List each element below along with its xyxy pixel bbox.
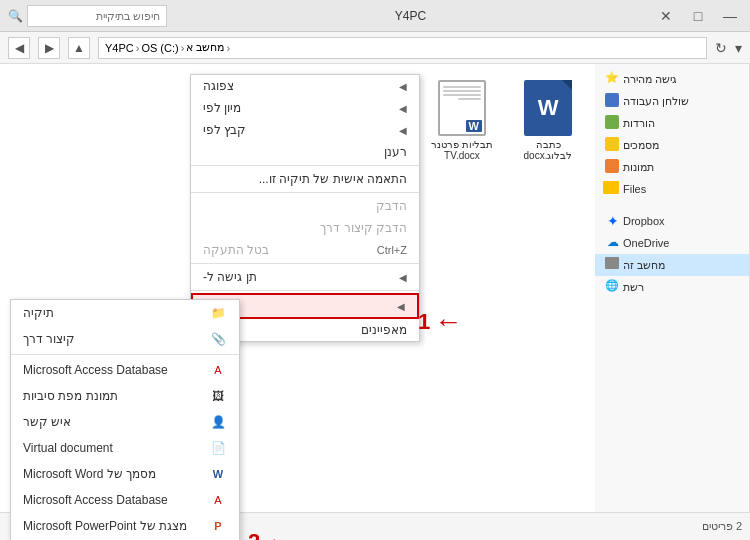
- address-bar: ◀ ▶ ▲ Y4PC › OS (C:) › מחשב א › ↻ ▾: [0, 32, 750, 64]
- annotation-number-2: 2: [248, 529, 260, 540]
- menu-label: הדבק קיצור דרך: [320, 221, 407, 235]
- menu-view[interactable]: ◀ צפוגה: [191, 75, 419, 97]
- sidebar-item-label: תמונות: [623, 161, 654, 174]
- address-breadcrumb[interactable]: Y4PC › OS (C:) › מחשב א ›: [98, 37, 707, 59]
- bitmap-icon: 🖼: [209, 387, 227, 405]
- menu-label: התאמה אישית של תיקיה זו...: [259, 172, 407, 186]
- refresh-icon[interactable]: ↻: [715, 40, 727, 56]
- menu-label: קבץ לפי: [203, 123, 246, 137]
- breadcrumb-os: OS (C:): [141, 42, 178, 54]
- sidebar-item-network[interactable]: רשת 🌐: [595, 276, 749, 298]
- menu-label: צפוגה: [203, 79, 234, 93]
- folder-icon: 📁: [209, 304, 227, 322]
- menu-label: Microsoft Access Database: [23, 493, 168, 507]
- nav-up-btn[interactable]: ▲: [68, 37, 90, 59]
- new-ppt[interactable]: P מצגת של Microsoft PowerPoint: [11, 513, 239, 539]
- file-item-tv[interactable]: W תבליות פרטנר TV.docx: [427, 76, 497, 165]
- pictures-icon: [603, 159, 619, 175]
- menu-group[interactable]: ◀ קבץ לפי: [191, 119, 419, 141]
- documents-icon: [603, 137, 619, 153]
- sep3: ›: [226, 42, 230, 54]
- sep: [191, 263, 419, 264]
- menu-label: מצגת של Microsoft PowerPoint: [23, 519, 187, 533]
- arrow-annotation-2: ← 2: [248, 526, 292, 540]
- sidebar-item-quickaccess[interactable]: גישה מהירה ⭐: [595, 68, 749, 90]
- new-vdoc[interactable]: 📄 Virtual document: [11, 435, 239, 461]
- menu-label: תיקיה: [23, 306, 54, 320]
- view-options-icon[interactable]: ▾: [735, 40, 742, 56]
- sep2: ›: [181, 42, 185, 54]
- maximize-btn[interactable]: □: [686, 4, 710, 28]
- arrow-annotation-1: ← 1: [418, 306, 462, 338]
- breadcrumb-pc: Y4PC: [105, 42, 134, 54]
- access-icon: A: [209, 361, 227, 379]
- sidebar-item-onedrive[interactable]: OneDrive ☁: [595, 232, 749, 254]
- search-input[interactable]: [27, 5, 167, 27]
- window-title: Y4PC: [395, 9, 426, 23]
- shortcut-icon: 📎: [209, 330, 227, 348]
- title-bar: — □ ✕ Y4PC 🔍: [0, 0, 750, 32]
- new-contact[interactable]: 👤 איש קשר: [11, 409, 239, 435]
- menu-customize[interactable]: התאמה אישית של תיקיה זו...: [191, 168, 419, 190]
- menu-label: תמונת מפת סיביות: [23, 389, 118, 403]
- title-bar-left: — □ ✕: [654, 4, 742, 28]
- arrow-icon: ◀: [399, 81, 407, 92]
- close-btn[interactable]: ✕: [654, 4, 678, 28]
- onedrive-icon: ☁: [603, 235, 619, 251]
- new-bitmap[interactable]: 🖼 תמונת מפת סיביות: [11, 383, 239, 409]
- sidebar-item-label: OneDrive: [623, 237, 669, 249]
- menu-label: מאפיינים: [361, 323, 407, 337]
- search-area: 🔍: [8, 5, 167, 27]
- sidebar-item-label: הורדות: [623, 117, 655, 130]
- nav-back-btn[interactable]: ◀: [8, 37, 30, 59]
- sidebar-item-desktop[interactable]: שולחן העבודה: [595, 90, 749, 112]
- menu-sort[interactable]: ◀ מיון לפי: [191, 97, 419, 119]
- minimize-btn[interactable]: —: [718, 4, 742, 28]
- sep1: ›: [136, 42, 140, 54]
- menu-undo[interactable]: Ctrl+Z בטל התעקה: [191, 239, 419, 261]
- content-area: W כתבה לבלוג.docx W תבליות פרטנר TV.docx…: [0, 64, 595, 512]
- sidebar-item-dropbox[interactable]: Dropbox ✦: [595, 210, 749, 232]
- file-label-blog: כתבה לבלוג.docx: [517, 139, 579, 161]
- menu-label: קיצור דרך: [23, 332, 75, 346]
- file-label-tv: תבליות פרטנר TV.docx: [431, 139, 493, 161]
- sidebar-item-label: Dropbox: [623, 215, 665, 227]
- sep: [11, 354, 239, 355]
- sep: [191, 192, 419, 193]
- new-folder[interactable]: 📁 תיקיה: [11, 300, 239, 326]
- sidebar-item-label: Files: [623, 183, 646, 195]
- file-item-blog[interactable]: W כתבה לבלוג.docx: [513, 76, 583, 165]
- nav-forward-btn[interactable]: ▶: [38, 37, 60, 59]
- main-layout: גישה מהירה ⭐ שולחן העבודה הורדות מסמכים …: [0, 64, 750, 512]
- template-icon: W: [438, 80, 486, 136]
- menu-share[interactable]: ◀ תן גישה ל-: [191, 266, 419, 288]
- sep: [191, 165, 419, 166]
- arrow-icon: ◀: [399, 125, 407, 136]
- sidebar-item-downloads[interactable]: הורדות: [595, 112, 749, 134]
- menu-paste-shortcut[interactable]: הדבק קיצור דרך: [191, 217, 419, 239]
- menu-paste[interactable]: הדבק: [191, 195, 419, 217]
- vdoc-icon: 📄: [209, 439, 227, 457]
- arrow-icon: ◀: [399, 103, 407, 114]
- menu-label: תן גישה ל-: [203, 270, 257, 284]
- dropbox-icon: ✦: [603, 213, 619, 229]
- sidebar-item-pictures[interactable]: תמונות: [595, 156, 749, 178]
- arrow-icon: ◀: [397, 301, 405, 312]
- downloads-icon: [603, 115, 619, 131]
- new-word[interactable]: W מסמך של Microsoft Word: [11, 461, 239, 487]
- breadcrumb-folder: מחשב א: [186, 41, 224, 54]
- sidebar-item-label: מחשב זה: [623, 259, 665, 272]
- menu-label: מיון לפי: [203, 101, 241, 115]
- menu-label: רענן: [384, 145, 407, 159]
- menu-label: Microsoft Access Database: [23, 363, 168, 377]
- new-shortcut[interactable]: 📎 קיצור דרך: [11, 326, 239, 352]
- sidebar-item-documents[interactable]: מסמכים: [595, 134, 749, 156]
- sidebar-item-files[interactable]: Files: [595, 178, 749, 200]
- menu-label: איש קשר: [23, 415, 71, 429]
- context-menu-new[interactable]: 📁 תיקיה 📎 קיצור דרך A Microsoft Access D…: [10, 299, 240, 540]
- network-icon: 🌐: [603, 279, 619, 295]
- new-access2[interactable]: A Microsoft Access Database: [11, 487, 239, 513]
- sidebar-item-thispc[interactable]: מחשב זה: [595, 254, 749, 276]
- menu-refresh[interactable]: רענן: [191, 141, 419, 163]
- new-access-db[interactable]: A Microsoft Access Database: [11, 357, 239, 383]
